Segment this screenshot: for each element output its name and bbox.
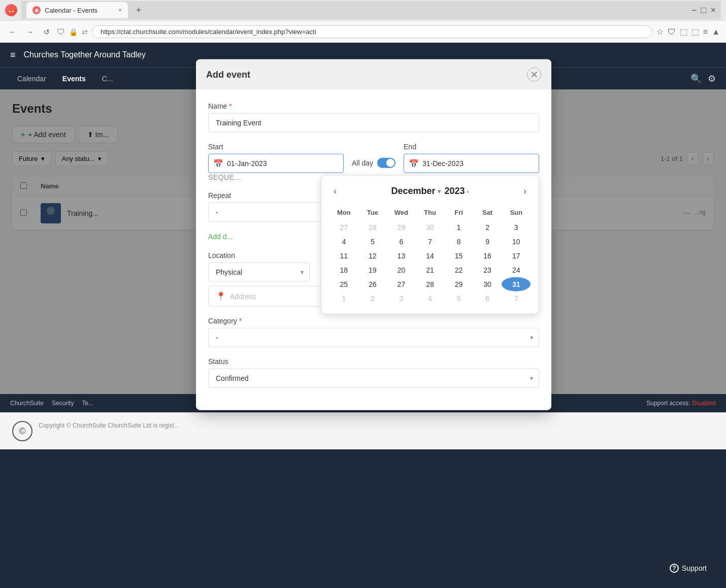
year-chevron: › [467,187,469,194]
calendar-day[interactable]: 29 [444,277,473,291]
calendar-day[interactable]: 13 [387,249,416,263]
title-bar: 🦊 ⊕ Calendar - Events × + − □ × [0,0,726,20]
calendar-day[interactable]: 4 [329,235,358,249]
calendar-day[interactable]: 18 [329,263,358,277]
calendar-day[interactable]: 30 [416,220,445,235]
name-field-group: Name * [208,102,539,133]
cal-prev-btn[interactable]: ‹ [329,184,341,199]
calendar-day[interactable]: 15 [444,249,473,263]
back-button[interactable]: ← [6,26,19,38]
cal-month-btn[interactable]: December ▾ [391,186,440,197]
calendar-day[interactable]: 14 [416,249,445,263]
add-dates-link[interactable]: Add d... [208,233,233,241]
calendar-day[interactable]: 7 [416,235,445,249]
status-field-group: Status Confirmed ▾ [208,357,539,388]
search-icon[interactable]: 🔍 [690,73,702,84]
end-label: End [404,143,539,151]
calendar-day[interactable]: 23 [473,263,502,277]
calendar-day[interactable]: 20 [387,263,416,277]
event-name-input[interactable] [208,113,539,133]
calendar-day[interactable]: 29 [387,220,416,235]
calendar-day[interactable]: 31 [502,277,531,291]
calendar-day[interactable]: 28 [358,220,387,235]
calendar-day[interactable]: 4 [416,291,445,306]
star-icon[interactable]: ☆ [656,27,664,37]
minimize-btn[interactable]: − [691,5,697,16]
calendar-day[interactable]: 27 [387,277,416,291]
restore-btn[interactable]: □ [701,5,707,16]
calendar-day[interactable]: 9 [473,235,502,249]
calendar-day[interactable]: 8 [444,235,473,249]
calendar-day[interactable]: 6 [473,291,502,306]
calendar-day[interactable]: 7 [502,291,531,306]
calendar-day[interactable]: 2 [473,220,502,235]
calendar-day[interactable]: 10 [502,235,531,249]
extensions2-icon[interactable]: ⬚ [691,27,699,37]
modal-body: Name * Start 📅 All day [196,90,551,410]
modal-close-btn[interactable]: ✕ [527,68,541,82]
calendar-week-row: 27282930123 [329,220,531,235]
calendar-day[interactable]: 3 [387,291,416,306]
main-content: Events + + Add event ⬆ Im... Future ▾ An… [0,89,726,394]
support-button[interactable]: ? Support [661,559,716,578]
refresh-button[interactable]: ↺ [41,26,53,38]
calendar-day[interactable]: 1 [444,220,473,235]
calendar-day[interactable]: 12 [358,249,387,263]
settings-icon[interactable]: ⚙ [708,73,716,84]
calendar-day[interactable]: 3 [502,220,531,235]
calendar-day[interactable]: 21 [416,263,445,277]
menu-icon[interactable]: ≡ [703,27,708,37]
bottom-footer: © Copyright © ChurchSuite ChurchSuite Lt… [0,412,726,449]
modal-header: Add event ✕ [196,59,551,90]
url-input[interactable] [92,25,652,38]
calendar-day[interactable]: 30 [473,277,502,291]
calendar-week-row: 1234567 [329,291,531,306]
calendar-day[interactable]: 1 [329,291,358,306]
scrollbar-up[interactable]: ▲ [712,27,720,37]
end-date-group: End 📅 ‹ December [404,143,539,173]
calendar-day[interactable]: 27 [329,220,358,235]
start-date-input[interactable] [208,154,344,173]
calendar-day[interactable]: 5 [444,291,473,306]
hamburger-menu-btn[interactable]: ≡ [10,50,16,60]
extensions-icon[interactable]: ⬚ [680,27,687,37]
cal-next-btn[interactable]: › [519,184,531,199]
nav-events[interactable]: Events [55,71,93,87]
calendar-day[interactable]: 28 [416,277,445,291]
calendar-day[interactable]: 17 [502,249,531,263]
calendar-week-row: 18192021222324 [329,263,531,277]
footer-link-churchsuite[interactable]: ChurchSuite [10,400,44,407]
category-required-star: * [239,317,242,325]
calendar-day[interactable]: 19 [358,263,387,277]
tab-close-btn[interactable]: × [118,7,122,14]
nav-other[interactable]: C... [95,71,120,87]
calendar-day[interactable]: 2 [358,291,387,306]
calendar-day[interactable]: 24 [502,263,531,277]
close-btn[interactable]: × [710,5,716,16]
footer-links: ChurchSuite Security Te... [10,400,93,407]
nav-calendar[interactable]: Calendar [10,71,53,87]
toggle-knob [386,159,394,167]
pocket-icon[interactable]: 🛡 [668,27,676,37]
calendar-day[interactable]: 25 [329,277,358,291]
allday-toggle[interactable] [377,158,395,168]
forward-button[interactable]: → [23,26,37,38]
calendar-day[interactable]: 16 [473,249,502,263]
end-date-input[interactable] [404,154,539,173]
category-select[interactable]: - [208,328,539,347]
location-select[interactable]: Physical [208,263,310,282]
support-access-status: Disabled [692,400,716,407]
start-label: Start [208,143,344,151]
calendar-day[interactable]: 22 [444,263,473,277]
footer-link-other[interactable]: Te... [82,400,93,407]
calendar-day[interactable]: 26 [358,277,387,291]
calendar-day[interactable]: 11 [329,249,358,263]
start-date-input-wrap: 📅 [208,154,344,173]
calendar-day[interactable]: 6 [387,235,416,249]
cal-year-btn[interactable]: 2023 › [445,186,469,197]
footer-link-security[interactable]: Security [52,400,74,407]
new-tab-button[interactable]: + [132,3,146,18]
browser-tab[interactable]: ⊕ Calendar - Events × [26,2,128,18]
calendar-day[interactable]: 5 [358,235,387,249]
status-select[interactable]: Confirmed [208,369,539,388]
